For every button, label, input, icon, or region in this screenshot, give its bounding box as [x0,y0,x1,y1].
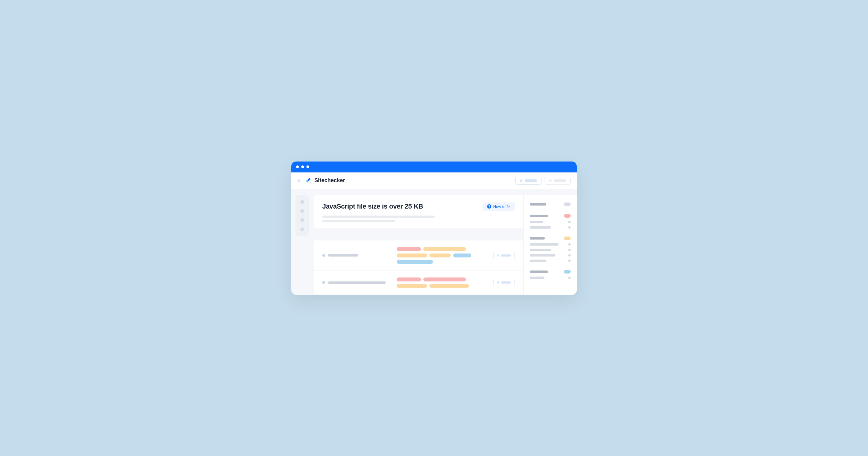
header-left: Sitechecker [297,177,345,184]
placeholder-line [322,220,395,222]
center-panel: JavaScript file size is over 25 KB ? How… [314,195,523,295]
summary-sublabel [530,249,551,251]
right-summary-panel [523,195,577,295]
app-header: Sitechecker [291,172,577,189]
main-content: JavaScript file size is over 25 KB ? How… [314,195,577,295]
sidebar-item[interactable] [300,209,304,213]
summary-sublabel [530,260,546,262]
window-control-dot[interactable] [296,165,299,168]
header-actions [516,177,571,185]
summary-row [530,214,571,218]
row-tags [397,247,487,264]
row-bullet-icon [322,281,325,284]
window-title-bar [291,162,577,172]
summary-row [530,260,571,262]
placeholder-icon [497,254,499,257]
summary-label [530,237,545,239]
placeholder-text [501,254,511,257]
issue-title: JavaScript file size is over 25 KB [322,202,423,210]
summary-label [530,270,548,273]
header-placeholder-icon [297,179,300,182]
summary-count-dot [568,276,571,279]
tag-pill [397,278,421,282]
brand-logo[interactable]: Sitechecker [305,177,345,184]
placeholder-line [322,216,435,218]
row-identifier [322,254,391,257]
summary-badge-warning [564,236,571,240]
row-label-placeholder [328,282,386,284]
summary-sublabel [530,221,543,223]
issue-row [314,240,523,271]
summary-count-dot [568,260,571,262]
tag-pill [423,278,466,282]
sidebar-item[interactable] [300,227,304,231]
row-action-button[interactable] [493,279,515,286]
summary-count-dot [568,254,571,257]
summary-group [530,202,571,206]
summary-sublabel [530,254,556,257]
summary-row [530,202,571,206]
tag-pill [397,254,427,257]
placeholder-text [525,180,537,182]
summary-count-dot [568,226,571,229]
row-bullet-icon [322,254,325,257]
summary-label [530,215,548,217]
summary-label [530,203,546,205]
section-gap [314,228,523,240]
summary-count-dot [568,221,571,223]
issue-description-placeholder [322,216,515,222]
summary-group [530,214,571,229]
header-button-primary[interactable] [516,177,541,185]
summary-sublabel [530,243,559,246]
summary-row [530,243,571,246]
tag-pill [397,284,427,288]
sidebar-item[interactable] [300,200,304,204]
browser-window: Sitechecker [291,162,577,295]
summary-row [530,226,571,229]
summary-row [530,249,571,251]
placeholder-text [554,180,566,182]
row-identifier [322,281,391,284]
summary-sublabel [530,226,551,229]
summary-badge-info [564,270,571,273]
summary-badge-critical [564,214,571,218]
placeholder-icon [520,180,522,182]
summary-group [530,236,571,262]
window-control-dot[interactable] [301,165,304,168]
sidebar-nav [296,195,309,236]
placeholder-text [501,282,511,284]
issue-title-row: JavaScript file size is over 25 KB ? How… [322,202,515,211]
tag-pill [423,247,466,251]
summary-row [530,276,571,279]
summary-count-dot [568,249,571,251]
tag-pill [397,260,433,264]
tag-pill [429,254,451,257]
checkmark-icon [305,177,312,184]
tag-pill [397,247,421,251]
tag-pill [429,284,469,288]
summary-sublabel [530,276,544,279]
row-label-placeholder [328,254,359,257]
app-body: JavaScript file size is over 25 KB ? How… [291,189,577,295]
summary-row [530,254,571,257]
issue-header-card: JavaScript file size is over 25 KB ? How… [314,195,523,228]
sidebar-item[interactable] [300,218,304,222]
summary-count-dot [568,243,571,246]
summary-group [530,270,571,279]
issue-row [314,271,523,295]
window-control-dot[interactable] [306,165,309,168]
brand-name: Sitechecker [314,177,345,184]
tag-pill [453,254,471,257]
summary-row [530,221,571,223]
help-icon: ? [487,204,491,208]
placeholder-icon [549,180,552,182]
how-to-fix-button[interactable]: ? How to fix [483,202,515,211]
row-tags [397,278,487,288]
summary-badge [564,202,571,206]
how-to-fix-label: How to fix [493,204,510,209]
placeholder-icon [497,282,499,284]
summary-row [530,270,571,273]
summary-row [530,236,571,240]
row-action-button[interactable] [493,252,515,259]
header-button-secondary[interactable] [545,177,571,185]
